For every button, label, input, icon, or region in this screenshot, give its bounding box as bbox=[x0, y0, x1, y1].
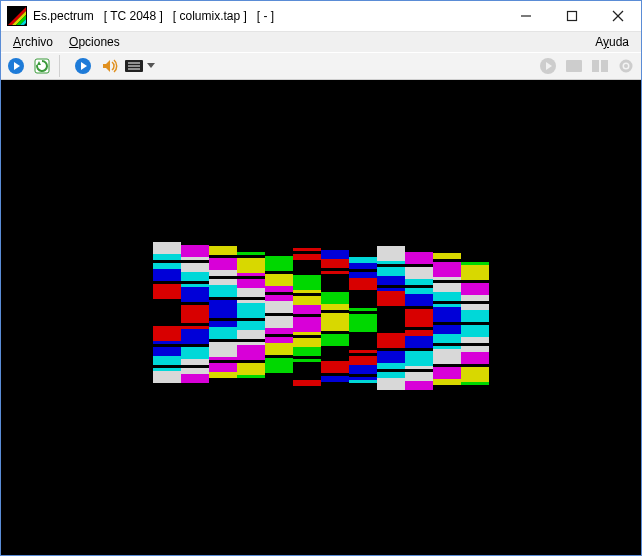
right-settings-button[interactable] bbox=[615, 55, 637, 77]
svg-point-27 bbox=[624, 64, 628, 68]
menu-options[interactable]: Opciones bbox=[61, 34, 128, 50]
effect-column bbox=[461, 250, 489, 394]
effect-column bbox=[153, 239, 181, 383]
svg-rect-23 bbox=[566, 60, 582, 72]
close-button[interactable] bbox=[595, 1, 641, 31]
svg-rect-24 bbox=[592, 60, 599, 72]
right-blocks-button[interactable] bbox=[589, 55, 611, 77]
effect-column bbox=[293, 245, 321, 389]
window-controls bbox=[503, 1, 641, 31]
effect-column bbox=[377, 246, 405, 390]
emulator-viewport[interactable] bbox=[1, 80, 641, 555]
play-button[interactable] bbox=[72, 55, 94, 77]
window-title: Es.pectrum [ TC 2048 ] [ columix.tap ] [… bbox=[33, 9, 503, 23]
effect-column bbox=[321, 244, 349, 388]
display-mode-dropdown[interactable] bbox=[124, 55, 156, 77]
svg-marker-15 bbox=[103, 60, 110, 72]
right-play-button[interactable] bbox=[537, 55, 559, 77]
effect-column bbox=[265, 241, 293, 385]
app-icon bbox=[7, 6, 27, 26]
menu-file[interactable]: Archivo bbox=[5, 34, 61, 50]
effect-column bbox=[433, 247, 461, 391]
effect-column bbox=[181, 242, 209, 386]
svg-rect-25 bbox=[601, 60, 608, 72]
chevron-down-icon bbox=[146, 55, 156, 77]
emulator-screen bbox=[23, 109, 618, 527]
effect-column bbox=[349, 248, 377, 392]
open-button[interactable] bbox=[5, 55, 27, 77]
svg-rect-6 bbox=[568, 12, 577, 21]
display-effect bbox=[153, 241, 489, 394]
svg-marker-20 bbox=[147, 63, 155, 68]
menu-bar: Archivo Opciones Ayuda bbox=[1, 32, 641, 52]
toolbar bbox=[1, 52, 641, 80]
effect-column bbox=[237, 243, 265, 387]
sound-button[interactable] bbox=[98, 55, 120, 77]
reload-button[interactable] bbox=[31, 55, 53, 77]
title-bar: Es.pectrum [ TC 2048 ] [ columix.tap ] [… bbox=[1, 1, 641, 32]
toolbar-separator bbox=[59, 55, 66, 77]
menu-help[interactable]: Ayuda bbox=[587, 34, 637, 50]
effect-column bbox=[209, 240, 237, 384]
right-window-button[interactable] bbox=[563, 55, 585, 77]
minimize-button[interactable] bbox=[503, 1, 549, 31]
maximize-button[interactable] bbox=[549, 1, 595, 31]
effect-column bbox=[405, 249, 433, 393]
